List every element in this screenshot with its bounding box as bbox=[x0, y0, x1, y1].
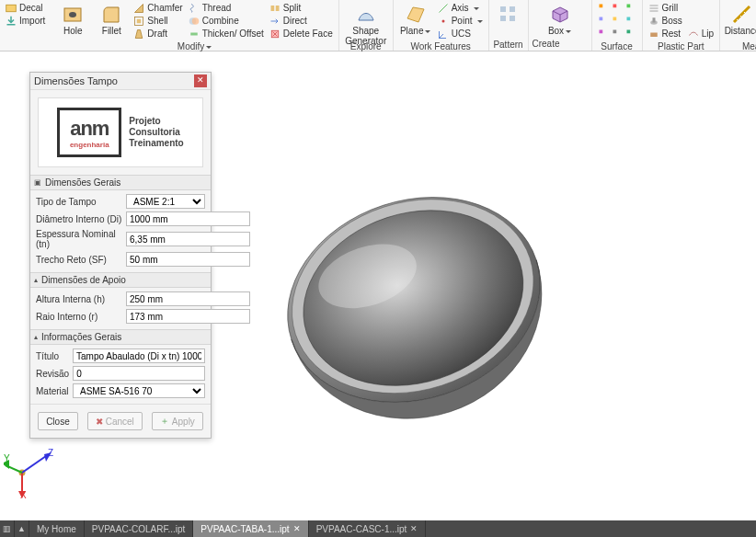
svg-rect-25 bbox=[626, 30, 630, 34]
svg-rect-9 bbox=[270, 6, 274, 11]
tab-file-2[interactable]: PVPAAC-TABA-1...ipt✕ bbox=[193, 520, 308, 537]
combine-cmd[interactable]: Combine bbox=[187, 15, 266, 28]
tn-input[interactable] bbox=[126, 232, 250, 246]
svg-point-7 bbox=[191, 17, 199, 25]
svg-rect-14 bbox=[510, 6, 515, 12]
svg-text:X: X bbox=[20, 490, 27, 500]
delete-face-cmd[interactable]: Delete Face bbox=[268, 28, 335, 40]
svg-point-3 bbox=[69, 12, 76, 17]
modify-group: Hole Fillet Chamfer Shell Draft Thread C… bbox=[51, 0, 338, 51]
chamfer-cmd[interactable]: Chamfer bbox=[132, 2, 184, 15]
point-cmd[interactable]: Point bbox=[436, 15, 485, 28]
close-icon[interactable]: ✕ bbox=[410, 524, 418, 533]
plasticpart-group: Grill Boss Rest . . Lip Plastic Part bbox=[643, 0, 721, 51]
split-cmd[interactable]: Split bbox=[268, 2, 335, 15]
surface-cmd-1[interactable] bbox=[596, 2, 638, 15]
thicken-cmd[interactable]: Thicken/ Offset bbox=[187, 28, 266, 40]
tabs-menu-icon[interactable]: ▥ bbox=[0, 520, 15, 537]
ucs-cmd[interactable]: UCS bbox=[436, 28, 485, 40]
shell-cmd[interactable]: Shell bbox=[132, 15, 184, 28]
svg-rect-21 bbox=[613, 17, 616, 21]
box-cmd[interactable]: Box bbox=[533, 2, 588, 38]
revisao-input[interactable] bbox=[73, 366, 205, 381]
surface-cmd-3[interactable] bbox=[596, 28, 638, 40]
cancel-button[interactable]: ✖Cancel bbox=[87, 412, 143, 430]
svg-rect-27 bbox=[652, 17, 655, 22]
axis-triad[interactable]: X Y Z bbox=[4, 445, 59, 500]
svg-rect-13 bbox=[500, 6, 506, 12]
section-general-dims[interactable]: ▣Dimensões Gerais bbox=[30, 175, 211, 190]
tab-file-3[interactable]: PVPAAC-CASC-1...ipt✕ bbox=[309, 520, 427, 537]
document-tabs: ▥ ▲ My Home PVPAAC-COLARF...ipt PVPAAC-T… bbox=[0, 520, 756, 537]
thread-cmd[interactable]: Thread bbox=[187, 2, 266, 15]
close-button[interactable]: Close bbox=[38, 412, 78, 430]
svg-rect-18 bbox=[613, 5, 616, 8]
axis-cmd[interactable]: Axis bbox=[436, 2, 485, 15]
tipo-label: Tipo de Tampo bbox=[36, 197, 122, 207]
rest-cmd[interactable]: Rest bbox=[647, 28, 684, 40]
svg-rect-20 bbox=[599, 17, 602, 21]
surface-cmd-2[interactable] bbox=[596, 15, 638, 28]
svg-rect-5 bbox=[137, 19, 142, 24]
dialog-title-text: Dimensões Tampo bbox=[34, 75, 118, 86]
svg-rect-19 bbox=[626, 5, 630, 8]
fillet-cmd[interactable]: Fillet bbox=[93, 2, 130, 38]
work-features-group: Plane Axis Point UCS Work Features bbox=[394, 0, 489, 51]
section-general-info[interactable]: ▴Informações Gerais bbox=[30, 329, 211, 345]
h-input[interactable] bbox=[126, 291, 250, 306]
import-cmd[interactable]: Import bbox=[4, 15, 47, 28]
close-icon[interactable]: ✕ bbox=[293, 524, 301, 533]
dimensions-dialog: Dimensões Tampo ✕ anmengenharia Projeto … bbox=[29, 72, 212, 439]
svg-rect-17 bbox=[599, 5, 602, 8]
plane-cmd[interactable]: Plane bbox=[397, 2, 434, 38]
h-label: Altura Interna (h) bbox=[36, 294, 122, 304]
model-dished-head bbox=[276, 134, 552, 465]
r-input[interactable] bbox=[126, 309, 250, 324]
svg-text:Z: Z bbox=[48, 448, 53, 458]
boss-cmd[interactable]: Boss bbox=[647, 15, 684, 28]
revisao-label: Revisão bbox=[36, 369, 69, 379]
svg-rect-1 bbox=[7, 24, 16, 26]
tn-label: Espessura Nominal (tn) bbox=[36, 229, 122, 249]
material-select[interactable]: ASME SA-516 70 bbox=[73, 383, 205, 398]
svg-rect-8 bbox=[190, 33, 198, 36]
svg-point-12 bbox=[441, 20, 444, 23]
di-input[interactable] bbox=[126, 211, 250, 226]
tab-file-1[interactable]: PVPAAC-COLARF...ipt bbox=[85, 520, 194, 537]
hole-cmd[interactable]: Hole bbox=[54, 2, 91, 38]
svg-rect-28 bbox=[650, 33, 658, 38]
explore-group: Shape Generator Explore bbox=[339, 0, 394, 51]
grill-cmd[interactable]: Grill bbox=[647, 2, 684, 15]
apply-button[interactable]: ＋Apply bbox=[152, 412, 203, 430]
svg-rect-10 bbox=[276, 6, 280, 11]
svg-rect-23 bbox=[599, 30, 602, 34]
titulo-input[interactable] bbox=[73, 348, 205, 363]
sf-input[interactable] bbox=[126, 252, 250, 267]
pattern-label: Pattern bbox=[493, 39, 522, 51]
dialog-close-button[interactable]: ✕ bbox=[194, 74, 207, 87]
di-label: Diâmetro Interno (Di) bbox=[36, 214, 122, 224]
brand-logo: anmengenharia bbox=[57, 108, 121, 157]
lip-cmd[interactable]: Lip bbox=[686, 28, 716, 40]
tipo-select[interactable]: ASME 2:1 bbox=[126, 194, 205, 209]
svg-rect-16 bbox=[510, 16, 515, 21]
dialog-brand: anmengenharia Projeto Consultoria Treina… bbox=[38, 97, 203, 167]
brand-line: Consultoria bbox=[129, 127, 183, 138]
titulo-label: Título bbox=[36, 351, 69, 361]
direct-cmd[interactable]: Direct bbox=[268, 15, 335, 28]
draft-cmd[interactable]: Draft bbox=[132, 28, 184, 40]
pattern-cmd[interactable] bbox=[493, 2, 524, 28]
decal-cmd[interactable]: Decal bbox=[4, 2, 47, 15]
tabs-up-icon[interactable]: ▲ bbox=[15, 520, 29, 537]
section-support-dims[interactable]: ▴Dimensões de Apoio bbox=[30, 272, 211, 288]
brand-line: Treinamento bbox=[129, 138, 183, 149]
brand-line: Projeto bbox=[129, 116, 183, 127]
svg-line-43 bbox=[22, 456, 46, 473]
sf-label: Trecho Reto (SF) bbox=[36, 255, 122, 265]
distance-cmd[interactable]: Distance bbox=[724, 2, 756, 38]
surface-group: Surface bbox=[592, 0, 643, 51]
material-label: Material bbox=[36, 386, 69, 396]
tab-home[interactable]: My Home bbox=[29, 520, 85, 537]
svg-rect-15 bbox=[500, 16, 506, 21]
svg-rect-22 bbox=[626, 17, 630, 21]
